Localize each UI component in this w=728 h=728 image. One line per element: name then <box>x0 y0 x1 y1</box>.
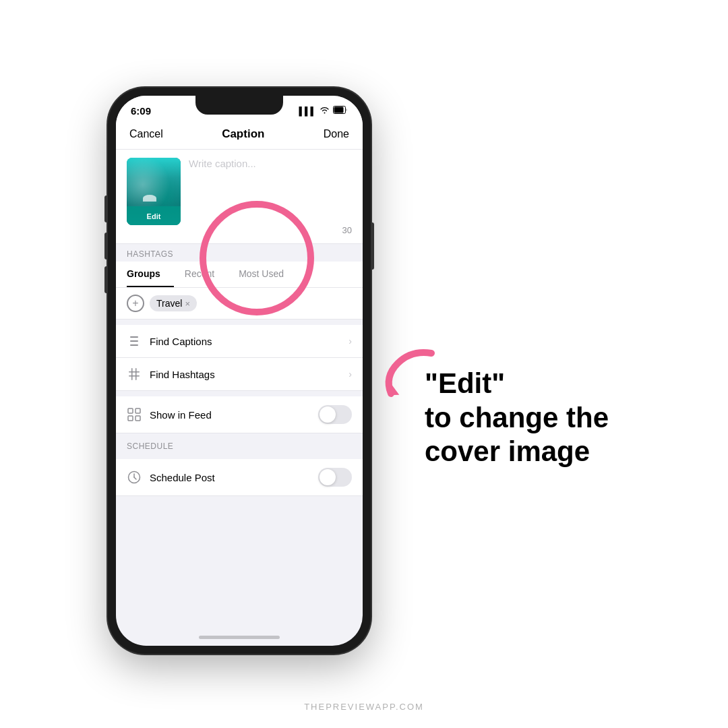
tab-recent[interactable]: Recent <box>185 262 228 287</box>
svg-rect-4 <box>130 344 138 346</box>
tag-chip-travel[interactable]: Travel × <box>150 295 197 311</box>
battery-icon <box>333 106 348 116</box>
show-in-feed-toggle[interactable] <box>318 405 352 424</box>
svg-rect-6 <box>135 368 137 380</box>
tag-remove-icon[interactable]: × <box>185 299 190 309</box>
tag-label: Travel <box>156 298 182 309</box>
hashtag-tabs: Groups Recent Most Used <box>116 262 363 288</box>
tab-groups[interactable]: Groups <box>127 262 174 287</box>
caption-placeholder: Write caption... <box>189 158 352 169</box>
status-icons: ▌▌▌ <box>299 106 348 116</box>
schedule-post-item: Schedule Post <box>116 459 363 496</box>
phone-mockup: 6:09 ▌▌▌ <box>108 88 371 654</box>
find-captions-item[interactable]: Find Captions › <box>116 325 363 358</box>
watermark: THEPREVIEWAPP.COM <box>304 702 424 712</box>
tag-area: + Travel × <box>116 288 363 320</box>
cancel-button[interactable]: Cancel <box>129 128 163 140</box>
schedule-section-label: SCHEDULE <box>116 436 363 454</box>
svg-rect-5 <box>131 368 133 380</box>
svg-rect-3 <box>130 340 138 342</box>
post-thumbnail[interactable]: Edit <box>127 158 181 225</box>
find-hashtags-item[interactable]: Find Hashtags › <box>116 358 363 391</box>
toggle-knob <box>320 406 336 423</box>
signal-icon: ▌▌▌ <box>299 107 316 116</box>
grid-icon <box>127 407 142 422</box>
list-icon <box>127 334 142 348</box>
pink-arrow <box>357 340 438 407</box>
notch <box>195 96 283 115</box>
schedule-post-toggle[interactable] <box>318 468 352 487</box>
svg-rect-9 <box>128 408 133 413</box>
svg-rect-1 <box>334 107 344 113</box>
svg-line-15 <box>134 477 136 479</box>
toggle-knob-2 <box>320 469 336 485</box>
show-in-feed-label: Show in Feed <box>150 409 212 421</box>
phone-body: 6:09 ▌▌▌ <box>108 88 371 654</box>
instruction-text: "Edit" to change the cover image <box>425 367 609 468</box>
nav-bar: Cancel Caption Done <box>116 121 363 150</box>
arrow-container <box>357 340 438 410</box>
svg-rect-10 <box>135 408 140 413</box>
nav-title: Caption <box>222 127 264 141</box>
caption-input-area[interactable]: Write caption... 30 <box>181 158 352 235</box>
home-indicator <box>199 636 280 639</box>
show-in-feed-section: Show in Feed <box>116 396 363 433</box>
instruction-line1: "Edit" <box>425 367 609 400</box>
annotation-area: "Edit" to change the cover image <box>371 259 701 468</box>
hashtags-section-label: HASHTAGS <box>116 244 363 262</box>
caption-section: Edit Write caption... 30 <box>116 150 363 244</box>
find-hashtags-label: Find Hashtags <box>150 369 215 380</box>
hashtag-icon <box>127 367 142 382</box>
wifi-icon <box>320 106 330 116</box>
tab-most-used[interactable]: Most Used <box>239 262 297 287</box>
svg-rect-8 <box>129 375 140 377</box>
svg-rect-2 <box>130 336 138 338</box>
edit-overlay[interactable]: Edit <box>127 206 181 225</box>
status-time: 6:09 <box>131 105 151 117</box>
instruction-line2: to change the <box>425 401 609 435</box>
edit-label: Edit <box>147 212 161 220</box>
clock-icon <box>127 470 142 485</box>
schedule-post-label: Schedule Post <box>150 472 215 483</box>
svg-rect-11 <box>128 416 133 421</box>
char-count: 30 <box>189 225 352 235</box>
show-in-feed-item: Show in Feed <box>116 396 363 433</box>
add-tag-button[interactable]: + <box>127 295 144 312</box>
instruction-line3: cover image <box>425 435 609 468</box>
chevron-right-icon: › <box>348 336 352 346</box>
find-captions-label: Find Captions <box>150 336 212 347</box>
chevron-right-icon-2: › <box>348 369 352 380</box>
svg-rect-7 <box>129 371 140 373</box>
schedule-section: Schedule Post <box>116 459 363 496</box>
svg-rect-12 <box>135 416 140 421</box>
phone-screen: 6:09 ▌▌▌ <box>116 96 363 646</box>
done-button[interactable]: Done <box>324 128 349 140</box>
menu-section: Find Captions › <box>116 325 363 391</box>
